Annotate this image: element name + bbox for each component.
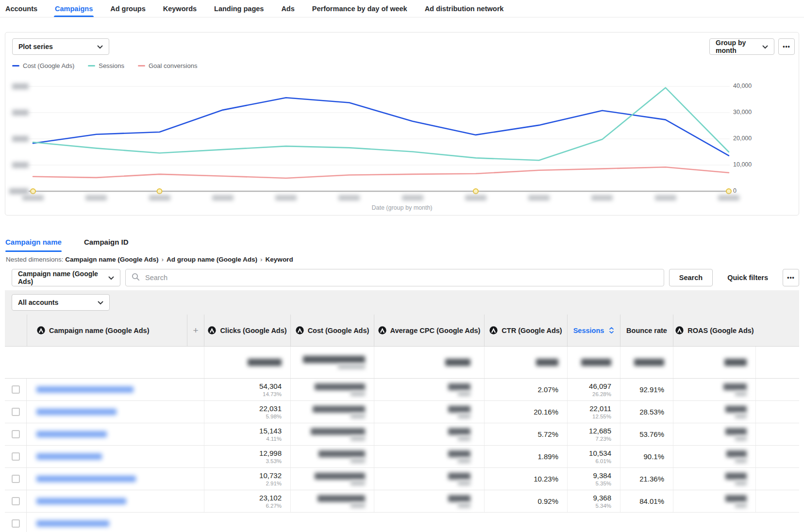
cell-value: 53.76% bbox=[639, 430, 664, 438]
column-header-label: Campaign name (Google Ads) bbox=[49, 327, 150, 334]
legend-label: Sessions bbox=[99, 62, 124, 69]
nav-tab-campaigns[interactable]: Campaigns bbox=[55, 0, 93, 17]
column-header-campaign-name-google-ads[interactable]: Campaign name (Google Ads) bbox=[27, 315, 187, 346]
row-checkbox-cell bbox=[5, 379, 27, 400]
campaign-name-link-redacted[interactable] bbox=[36, 386, 134, 393]
x-axis-tick-redacted bbox=[22, 195, 44, 200]
column-header-label: Clicks (Google Ads) bbox=[220, 327, 286, 334]
column-header-sessions[interactable]: Sessions bbox=[567, 315, 620, 346]
campaign-name-link-redacted[interactable] bbox=[36, 409, 117, 415]
row-checkbox-cell bbox=[5, 401, 27, 423]
redacted-value bbox=[448, 406, 470, 413]
campaign-name-link-redacted[interactable] bbox=[36, 431, 107, 437]
sessions-cell: 12,6857.23% bbox=[567, 423, 620, 445]
x-axis-tick-redacted bbox=[275, 195, 297, 200]
campaign-name-link-redacted[interactable] bbox=[36, 476, 136, 482]
column-header-label: Bounce rate bbox=[626, 327, 667, 334]
row-checkbox[interactable] bbox=[12, 452, 20, 461]
redacted-subvalue bbox=[351, 503, 365, 508]
dimension-tabs: Campaign name Campaign ID bbox=[0, 238, 804, 252]
add-column-button[interactable]: + bbox=[187, 315, 204, 346]
campaign-name-link-redacted[interactable] bbox=[36, 520, 109, 527]
redacted-subvalue bbox=[351, 436, 365, 441]
column-header-label: ROAS (Google Ads) bbox=[687, 327, 754, 334]
cell-percentage: 3.53% bbox=[266, 458, 282, 464]
row-checkbox[interactable] bbox=[12, 385, 20, 394]
filter-more-button[interactable]: ••• bbox=[783, 269, 799, 286]
y-axis-left-tick-redacted bbox=[12, 83, 29, 89]
column-header-bounce-rate[interactable]: Bounce rate bbox=[620, 315, 673, 346]
row-checkbox[interactable] bbox=[12, 475, 20, 483]
sort-icon[interactable] bbox=[609, 327, 614, 334]
nav-tab-ads[interactable]: Ads bbox=[281, 0, 294, 17]
y-axis-right-tick: 0 bbox=[733, 187, 737, 194]
clicks-cell: 23,1026.27% bbox=[204, 490, 290, 512]
cell-percentage: 5.35% bbox=[595, 481, 611, 486]
search-button[interactable]: Search bbox=[669, 269, 713, 286]
line-chart[interactable] bbox=[5, 72, 755, 202]
cell-value: 22,011 bbox=[589, 404, 611, 413]
account-select[interactable]: All accounts bbox=[12, 294, 110, 311]
cell-value: 15,143 bbox=[259, 427, 282, 435]
group-by-select[interactable]: Group by month bbox=[709, 38, 774, 55]
legend-item-goal-conversions[interactable]: Goal conversions bbox=[138, 62, 197, 69]
row-checkbox[interactable] bbox=[12, 519, 20, 528]
dimension-select-label: Campaign name (Google Ads) bbox=[18, 270, 108, 285]
cell-value: 9,384 bbox=[593, 471, 611, 480]
clicks-cell: 22,0315.98% bbox=[204, 401, 290, 423]
tab-campaign-name[interactable]: Campaign name bbox=[5, 238, 62, 252]
nested-dimension-keyword: Keyword bbox=[266, 256, 293, 263]
cell-value: 23,102 bbox=[259, 494, 282, 502]
total-ctr-redacted bbox=[484, 347, 567, 378]
cell-value: 84.01% bbox=[639, 497, 664, 505]
google-ads-icon bbox=[296, 326, 304, 334]
campaign-name-link-redacted[interactable] bbox=[36, 453, 102, 460]
nav-tab-keywords[interactable]: Keywords bbox=[163, 0, 197, 17]
nav-tab-accounts[interactable]: Accounts bbox=[5, 0, 37, 17]
campaign-name-link-redacted[interactable] bbox=[36, 498, 126, 504]
campaign-name-cell bbox=[27, 379, 187, 400]
total-cost-redacted bbox=[290, 347, 374, 378]
legend-label: Cost (Google Ads) bbox=[23, 62, 74, 69]
row-checkbox[interactable] bbox=[12, 430, 20, 438]
plot-series-select[interactable]: Plot series bbox=[12, 38, 109, 55]
bounce_rate-cell: 90.1% bbox=[620, 446, 673, 467]
redacted-subvalue bbox=[458, 414, 470, 418]
y-axis-right-tick: 40,000 bbox=[733, 83, 752, 89]
column-header-label: CTR (Google Ads) bbox=[502, 327, 562, 334]
search-input[interactable] bbox=[144, 273, 658, 282]
plot-series-label: Plot series bbox=[18, 43, 53, 50]
table-body: 54,30414.73%2.07%46,09726.28%92.91%22,03… bbox=[0, 379, 804, 532]
redacted-subvalue bbox=[458, 392, 470, 396]
cell-value: 5.72% bbox=[537, 430, 558, 438]
bounce_rate-cell: 84.01% bbox=[620, 490, 673, 512]
row-checkbox[interactable] bbox=[12, 408, 20, 416]
legend-item-sessions[interactable]: Sessions bbox=[88, 62, 124, 69]
row-checkbox[interactable] bbox=[12, 497, 20, 505]
campaign-name-cell bbox=[27, 468, 187, 490]
avg_cpc-cell bbox=[374, 423, 484, 445]
column-header-average-cpc-google-ads[interactable]: Average CPC (Google Ads) bbox=[374, 315, 484, 346]
legend-item-cost-google-ads[interactable]: Cost (Google Ads) bbox=[12, 62, 74, 69]
redacted-subvalue bbox=[458, 481, 470, 485]
nav-tab-ad-distribution-network[interactable]: Ad distribution network bbox=[425, 0, 504, 17]
total-clicks-redacted bbox=[204, 347, 290, 378]
dimension-select[interactable]: Campaign name (Google Ads) bbox=[12, 269, 120, 286]
nav-tab-performance-by-day-of-week[interactable]: Performance by day of week bbox=[312, 0, 407, 17]
redacted-subvalue bbox=[458, 459, 470, 463]
google-ads-icon bbox=[37, 326, 45, 334]
roas-cell bbox=[673, 468, 756, 490]
cell-percentage: 14.73% bbox=[263, 391, 282, 397]
column-header-roas-google-ads[interactable]: ROAS (Google Ads) bbox=[673, 315, 756, 346]
chart-more-button[interactable]: ••• bbox=[778, 38, 795, 55]
roas-cell bbox=[673, 379, 756, 400]
nav-tab-landing-pages[interactable]: Landing pages bbox=[214, 0, 264, 17]
nav-tab-ad-groups[interactable]: Ad groups bbox=[110, 0, 146, 17]
column-header-cost-google-ads[interactable]: Cost (Google Ads) bbox=[290, 315, 374, 346]
column-header-clicks-google-ads[interactable]: Clicks (Google Ads) bbox=[204, 315, 290, 346]
redacted-value bbox=[725, 406, 747, 413]
x-axis-tick-redacted bbox=[212, 195, 234, 200]
quick-filters-button[interactable]: Quick filters bbox=[718, 269, 778, 286]
column-header-ctr-google-ads[interactable]: CTR (Google Ads) bbox=[484, 315, 567, 346]
tab-campaign-id[interactable]: Campaign ID bbox=[84, 238, 129, 252]
